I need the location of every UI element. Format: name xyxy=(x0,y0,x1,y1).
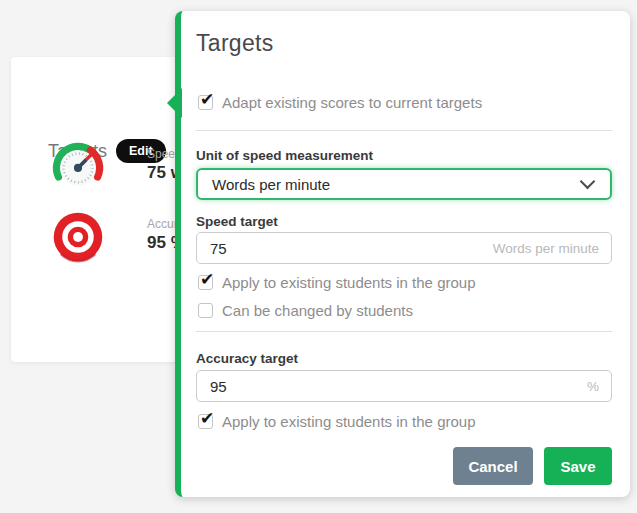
checkbox-apply-accuracy[interactable]: Apply to existing students in the group xyxy=(196,412,612,430)
speedometer-icon xyxy=(51,140,105,194)
checkbox-adapt-scores[interactable]: Adapt existing scores to current targets xyxy=(196,93,612,111)
checkbox-label: Adapt existing scores to current targets xyxy=(222,94,482,111)
checkbox-box[interactable] xyxy=(198,275,213,290)
page-background: Targets Edit Speed target 75 wpm xyxy=(0,0,637,513)
accuracy-input-wrap: % xyxy=(196,370,612,402)
targets-modal: Targets Adapt existing scores to current… xyxy=(175,11,630,497)
checkbox-apply-speed[interactable]: Apply to existing students in the group xyxy=(196,273,612,291)
modal-pointer-arrow xyxy=(167,88,182,118)
bullseye-icon xyxy=(51,210,105,264)
unit-select-value: Words per minute xyxy=(212,176,330,193)
divider xyxy=(196,130,612,131)
cancel-button[interactable]: Cancel xyxy=(453,447,533,485)
checkbox-box[interactable] xyxy=(198,95,213,110)
checkbox-label: Can be changed by students xyxy=(222,302,413,319)
divider xyxy=(196,331,612,332)
checkbox-box[interactable] xyxy=(198,303,213,318)
checkbox-changeable-by-students[interactable]: Can be changed by students xyxy=(196,301,612,319)
checkbox-label: Apply to existing students in the group xyxy=(222,413,476,430)
unit-field-label: Unit of speed measurement xyxy=(196,147,612,164)
checkbox-box[interactable] xyxy=(198,414,213,429)
speed-input[interactable] xyxy=(196,232,612,264)
chevron-down-icon xyxy=(580,174,596,190)
unit-select[interactable]: Words per minute xyxy=(196,168,612,200)
modal-title: Targets xyxy=(196,29,612,58)
speed-field-label: Speed target xyxy=(196,213,612,230)
save-button[interactable]: Save xyxy=(544,447,612,485)
accuracy-input[interactable] xyxy=(196,370,612,402)
modal-button-row: Cancel Save xyxy=(196,447,612,485)
speed-input-wrap: Words per minute xyxy=(196,232,612,264)
accuracy-field-label: Accuracy target xyxy=(196,350,612,367)
checkbox-label: Apply to existing students in the group xyxy=(222,274,476,291)
